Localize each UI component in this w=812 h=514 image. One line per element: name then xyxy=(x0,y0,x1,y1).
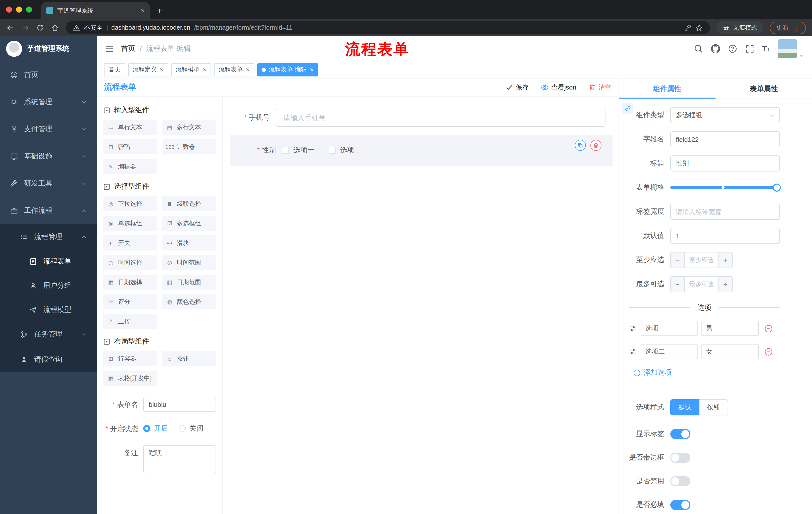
required-switch[interactable] xyxy=(670,500,690,510)
tab-component-props[interactable]: 组件属性 xyxy=(619,78,716,99)
increment-button[interactable]: + xyxy=(718,252,732,268)
border-switch[interactable] xyxy=(670,453,690,463)
view-json-button[interactable]: 查看json xyxy=(541,83,576,92)
remove-option-button[interactable] xyxy=(764,324,773,333)
palette-item-multi-text[interactable]: ▤多行文本 xyxy=(162,120,216,135)
min-select-value[interactable]: 至少应选 xyxy=(685,252,718,268)
user-menu[interactable] xyxy=(778,39,804,58)
option-label-input[interactable] xyxy=(641,344,698,359)
sidebar-item-process-model[interactable]: 流程模型 xyxy=(0,298,97,322)
avatar[interactable] xyxy=(778,39,797,58)
tag-close-icon[interactable]: × xyxy=(160,66,164,74)
tag-process-form[interactable]: 流程表单 × xyxy=(214,63,254,76)
sidebar-item-workflow[interactable]: 工作流程 xyxy=(0,197,97,224)
increment-button[interactable]: + xyxy=(718,277,732,292)
palette-item-radio-group[interactable]: ◉单选框组 xyxy=(103,216,157,231)
sidebar-item-process-form[interactable]: 流程表单 xyxy=(0,249,97,274)
palette-item-rate[interactable]: ☆评分 xyxy=(103,294,157,309)
tag-process-model[interactable]: 流程模型 × xyxy=(171,63,211,76)
palette-item-row-container[interactable]: ⊞行容器 xyxy=(103,351,157,366)
sidebar-item-devtools[interactable]: 研发工具 xyxy=(0,170,97,197)
tab-close-icon[interactable]: × xyxy=(141,6,145,15)
sidebar-item-user-group[interactable]: 用户分组 xyxy=(0,274,97,298)
link-icon[interactable] xyxy=(622,103,633,114)
palette-item-date-range[interactable]: ▥日期范围 xyxy=(162,275,216,290)
form-name-input[interactable] xyxy=(143,397,216,412)
sidebar-item-leave-query[interactable]: 请假查询 xyxy=(0,347,97,372)
forward-icon[interactable] xyxy=(21,23,30,32)
selected-component-gender[interactable]: 性别 选项一 选项二 xyxy=(230,135,612,166)
remove-option-button[interactable] xyxy=(764,347,773,356)
address-bar[interactable]: 不安全 dashboard.yudao.iocoder.cn/bpm/manag… xyxy=(66,21,710,34)
tab-form-props[interactable]: 表单属性 xyxy=(716,78,812,99)
search-icon[interactable] xyxy=(694,44,703,53)
field-name-input[interactable] xyxy=(670,131,780,147)
style-button-button[interactable]: 按钮 xyxy=(699,399,728,415)
option-value-input[interactable] xyxy=(701,344,759,359)
tag-home[interactable]: 首页 xyxy=(104,63,125,76)
checkbox-box[interactable] xyxy=(329,147,336,154)
palette-item-single-text[interactable]: ▭单行文本 xyxy=(103,120,157,135)
sidebar-item-home[interactable]: 首页 xyxy=(0,61,97,88)
password-key-icon[interactable] xyxy=(684,24,691,31)
sidebar-item-infra[interactable]: 基础设施 xyxy=(0,143,97,170)
palette-item-upload[interactable]: ↥上传 xyxy=(103,314,157,329)
drag-handle-icon[interactable] xyxy=(629,324,637,332)
delete-component-button[interactable] xyxy=(590,140,602,151)
form-remark-textarea[interactable]: 嘿嘿 xyxy=(143,445,216,473)
phone-field-row[interactable]: 手机号 xyxy=(230,109,606,127)
reload-icon[interactable] xyxy=(36,24,44,32)
phone-input[interactable] xyxy=(276,109,606,127)
tag-process-definition[interactable]: 流程定义 × xyxy=(128,63,168,76)
sidebar-item-task-management[interactable]: 任务管理 xyxy=(0,322,97,347)
security-warning-icon[interactable] xyxy=(73,24,80,31)
option-value-input[interactable] xyxy=(701,321,759,336)
show-label-switch[interactable] xyxy=(670,429,690,439)
max-select-value[interactable]: 最多可选 xyxy=(685,277,718,292)
help-icon[interactable] xyxy=(728,44,737,53)
back-icon[interactable] xyxy=(6,23,14,32)
tag-close-icon[interactable]: × xyxy=(203,66,206,74)
title-input[interactable] xyxy=(670,155,780,171)
palette-item-switch[interactable]: ◐开关 xyxy=(103,235,157,250)
sidebar-collapse-icon[interactable] xyxy=(105,44,114,53)
palette-item-password[interactable]: ⊟密码 xyxy=(103,139,157,154)
palette-item-counter[interactable]: 123计数器 xyxy=(162,139,216,154)
decrement-button[interactable]: − xyxy=(671,277,685,292)
checkbox-box[interactable] xyxy=(282,147,289,154)
clear-button[interactable]: 清空 xyxy=(588,83,611,92)
new-tab-button[interactable]: + xyxy=(157,6,162,16)
add-option-button[interactable]: 添加选项 xyxy=(633,368,780,377)
sidebar-item-process-management[interactable]: 流程管理 xyxy=(0,224,97,249)
status-radio-on[interactable]: 开启 xyxy=(143,424,168,433)
gender-option-1[interactable]: 选项一 xyxy=(282,146,315,155)
browser-menu-icon[interactable]: ⋮ xyxy=(793,24,800,31)
maximize-window-button[interactable] xyxy=(26,6,32,12)
palette-item-button[interactable]: ☝按钮 xyxy=(162,351,216,366)
form-grid-slider[interactable] xyxy=(670,180,780,196)
palette-item-color-picker[interactable]: ◍颜色选择 xyxy=(162,294,216,309)
status-radio-off[interactable]: 关闭 xyxy=(179,424,203,433)
tag-process-form-edit[interactable]: 流程表单-编辑 × xyxy=(257,63,318,76)
tag-close-icon[interactable]: × xyxy=(246,66,250,74)
close-window-button[interactable] xyxy=(6,6,12,12)
github-icon[interactable] xyxy=(711,44,720,53)
default-value-input[interactable] xyxy=(670,228,780,244)
decrement-button[interactable]: − xyxy=(671,252,685,268)
style-default-button[interactable]: 默认 xyxy=(670,399,699,415)
copy-component-button[interactable] xyxy=(575,140,586,151)
update-browser-button[interactable]: 更新 ⋮ xyxy=(770,21,806,34)
minimize-window-button[interactable] xyxy=(16,6,22,12)
label-width-input[interactable] xyxy=(670,204,780,220)
slider-handle[interactable] xyxy=(773,184,781,192)
fullscreen-icon[interactable] xyxy=(745,44,754,53)
palette-item-table[interactable]: ▦表格[开发中] xyxy=(103,371,157,386)
breadcrumb-home[interactable]: 首页 xyxy=(121,44,135,53)
component-type-select[interactable]: 多选框组 xyxy=(670,107,780,123)
bookmark-star-icon[interactable] xyxy=(695,24,703,31)
font-size-icon[interactable]: TT xyxy=(762,44,770,53)
palette-item-date-picker[interactable]: ▦日期选择 xyxy=(103,275,157,290)
browser-tab[interactable]: 芋道管理系统 × xyxy=(41,2,150,19)
palette-item-select[interactable]: ◎下拉选择 xyxy=(103,196,157,211)
palette-item-time-range[interactable]: ◶时间范围 xyxy=(162,255,216,270)
